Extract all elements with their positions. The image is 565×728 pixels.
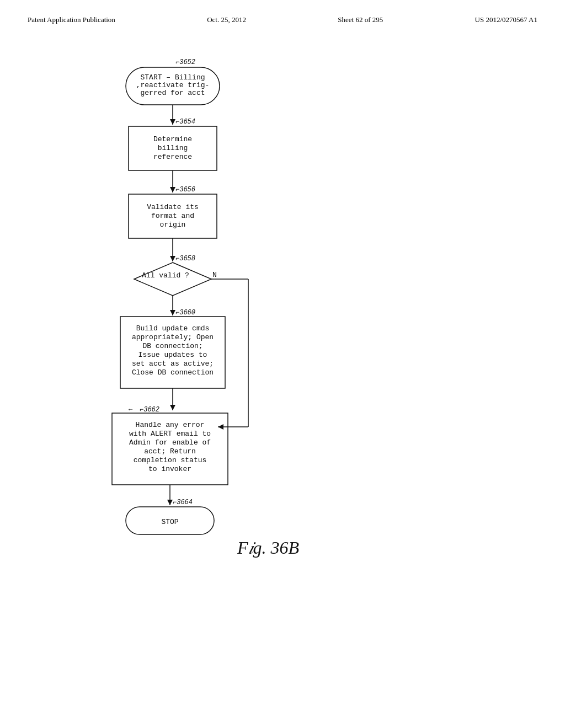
svg-text:origin: origin [160, 221, 186, 229]
header-left: Patent Application Publication [28, 15, 115, 24]
svg-text:format and: format and [151, 212, 194, 220]
svg-text:N: N [212, 271, 217, 279]
svg-text:F𝑖g.  36B: F𝑖g. 36B [237, 538, 299, 558]
svg-text:Build update cmds: Build update cmds [136, 324, 210, 333]
svg-text:appropriately; Open: appropriately; Open [132, 333, 214, 341]
svg-text:set acct as active;: set acct as active; [132, 360, 214, 368]
svg-text:←: ← [129, 406, 133, 414]
svg-text:completion status: completion status [134, 456, 207, 464]
svg-marker-40 [170, 405, 175, 410]
svg-text:Determine: Determine [153, 135, 192, 143]
svg-text:reference: reference [153, 153, 192, 161]
svg-marker-13 [170, 187, 175, 192]
svg-marker-51 [167, 500, 173, 505]
svg-marker-28 [218, 424, 223, 430]
svg-text:⌐3662: ⌐3662 [140, 406, 159, 414]
diagram-area: text { font-family: 'Courier New', Couri… [0, 30, 565, 725]
svg-marker-6 [170, 119, 175, 125]
svg-text:⌐3660: ⌐3660 [175, 309, 195, 317]
svg-text:gerred for acct: gerred for acct [140, 89, 205, 97]
svg-text:⌐3658: ⌐3658 [175, 255, 195, 263]
svg-text:DB connection;: DB connection; [142, 342, 202, 350]
svg-text:Handle any error: Handle any error [136, 421, 205, 429]
svg-text:,reactivate trig-: ,reactivate trig- [136, 81, 210, 89]
page-header: Patent Application Publication Oct. 25, … [0, 0, 565, 24]
svg-text:⌐3656: ⌐3656 [175, 186, 195, 194]
svg-text:STOP: STOP [161, 518, 178, 526]
svg-text:Admin for enable of: Admin for enable of [129, 438, 211, 447]
svg-marker-20 [170, 256, 175, 261]
svg-text:with ALERT email to: with ALERT email to [129, 430, 211, 438]
header-center: Oct. 25, 2012 [207, 15, 246, 24]
header-right: US 2012/0270567 A1 [475, 15, 537, 24]
svg-text:acct; Return: acct; Return [144, 447, 196, 456]
svg-text:⌐3654: ⌐3654 [175, 118, 195, 126]
svg-text:All valid ?: All valid ? [142, 271, 189, 280]
header-sheet: Sheet 62 of 295 [338, 15, 383, 24]
svg-text:Validate its: Validate its [147, 203, 199, 211]
svg-text:START – Billing: START – Billing [140, 73, 205, 82]
svg-text:to invoker: to invoker [148, 465, 191, 473]
svg-text:⌐3652: ⌐3652 [175, 58, 195, 66]
svg-marker-30 [170, 310, 175, 315]
svg-text:Issue updates to: Issue updates to [138, 351, 207, 359]
svg-text:Close DB connection: Close DB connection [132, 368, 214, 377]
svg-text:billing: billing [158, 144, 188, 152]
svg-text:⌐3664: ⌐3664 [173, 499, 193, 506]
